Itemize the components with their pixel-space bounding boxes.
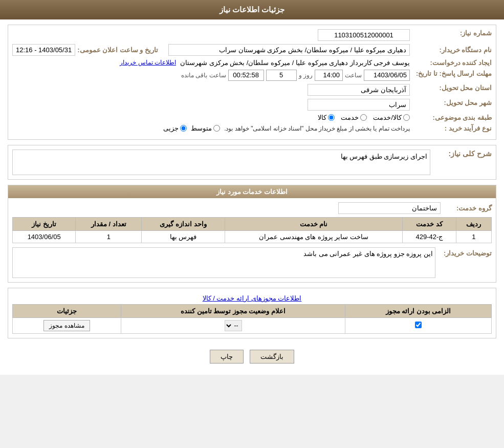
permits-content: اطلاعات مجوزهای ارائه خدمت / کالا الزامی… bbox=[8, 288, 496, 338]
ostan-label: استان محل تحویل: bbox=[410, 84, 492, 92]
mohlat-roz-label: روز و bbox=[299, 72, 313, 79]
mohlat-row: مهلت ارسال پاسخ: تا تاریخ: 1403/06/05 سا… bbox=[12, 70, 492, 81]
services-header: اطلاعات خدمات مورد نیاز bbox=[8, 185, 496, 198]
page-title: جزئیات اطلاعات نیاز bbox=[220, 5, 284, 14]
buyer-notes-row: توضیحات خریدار: این پروزه جزو پروژه های … bbox=[12, 247, 492, 278]
process-text: پرداخت تمام یا بخشی از مبلغ خریداز محل "… bbox=[224, 125, 410, 132]
tabaqe-label: طبقه بندی موضوعی: bbox=[410, 114, 492, 121]
row-count: 1 bbox=[76, 231, 142, 243]
row-service-name: ساخت سایر پروژه های مهندسی عمران bbox=[225, 231, 402, 243]
shomara-label: شماره نیاز: bbox=[410, 29, 492, 37]
permits-col-required: الزامی بودن ارائه مجوز bbox=[345, 305, 492, 318]
process-row: نوع فرآیند خرید : پرداخت تمام یا بخشی از… bbox=[12, 124, 492, 132]
print-button[interactable]: چاپ bbox=[210, 350, 244, 364]
dastgah-row: نام دستگاه خریدار: دهیاری میرکوه علیا / … bbox=[12, 44, 492, 56]
process-label: نوع فرآیند خرید : bbox=[410, 124, 492, 132]
permits-section: اطلاعات مجوزهای ارائه خدمت / کالا الزامی… bbox=[8, 288, 496, 338]
services-table-header: ردیف کد خدمت نام خدمت واحد اندازه گیری ت… bbox=[13, 218, 492, 231]
content-area: شماره نیاز: 1103100512000001 نام دستگاه … bbox=[0, 19, 504, 375]
permits-status-select[interactable]: -- bbox=[225, 320, 242, 331]
action-bar: بازگشت چاپ bbox=[8, 344, 496, 370]
permits-required bbox=[345, 318, 492, 334]
ij-label: ایجاد کننده درخواست: bbox=[410, 59, 492, 67]
process-option-mutavsat[interactable]: متوسط bbox=[191, 124, 220, 132]
mohlat-label: مهلت ارسال پاسخ: تا تاریخ: bbox=[410, 70, 492, 77]
shahr-row: شهر محل تحویل: سراب bbox=[12, 99, 492, 111]
permits-required-checkbox[interactable] bbox=[415, 322, 422, 328]
col-code: کد خدمت bbox=[402, 218, 456, 231]
mohlat-remaining: 00:52:58 bbox=[228, 70, 264, 81]
row-radif: 1 bbox=[456, 231, 491, 243]
mohlat-time-group: 1403/06/05 ساعت 14:00 روز و 5 00:52:58 س… bbox=[181, 70, 410, 81]
ij-row: ایجاد کننده درخواست: یوسف فرجی کاربرداز … bbox=[12, 59, 492, 67]
sharh-section: شرح کلی نیاز: اجرای زیرسازی طبق فهرس بها bbox=[8, 145, 496, 180]
ostan-value: آذربایجان شرقی bbox=[308, 84, 410, 96]
permits-col-status: اعلام وضعیت مجوز توسط تامین کننده bbox=[121, 305, 345, 318]
shahr-label: شهر محل تحویل: bbox=[410, 99, 492, 106]
table-row: 1 ج-42-429 ساخت سایر پروژه های مهندسی عم… bbox=[13, 231, 492, 243]
col-unit: واحد اندازه گیری bbox=[142, 218, 225, 231]
tabaqe-option-kala-khedmat[interactable]: کالا/خدمت bbox=[373, 114, 410, 121]
ostan-row: استان محل تحویل: آذربایجان شرقی bbox=[12, 84, 492, 96]
services-table-body: 1 ج-42-429 ساخت سایر پروژه های مهندسی عم… bbox=[13, 231, 492, 243]
mohlat-roz: 5 bbox=[266, 70, 297, 81]
shahr-value: سراب bbox=[308, 99, 410, 111]
services-content: گروه خدمت: ساختمان ردیف کد خدمت نام خدمت… bbox=[8, 198, 496, 282]
permits-col-details: جزئیات bbox=[13, 305, 121, 318]
services-section: اطلاعات خدمات مورد نیاز گروه خدمت: ساختم… bbox=[8, 185, 496, 283]
group-label: گروه خدمت: bbox=[441, 204, 492, 212]
permits-status: -- bbox=[121, 318, 345, 334]
page-header: جزئیات اطلاعات نیاز bbox=[0, 0, 504, 19]
permits-table: الزامی بودن ارائه مجوز اعلام وضعیت مجوز … bbox=[12, 304, 492, 334]
row-code: ج-42-429 bbox=[402, 231, 456, 243]
permits-details: مشاهده مجوز bbox=[13, 318, 121, 334]
mohlat-time-label: ساعت bbox=[345, 72, 362, 79]
row-date: 1403/06/05 bbox=[13, 231, 76, 243]
sharh-label: شرح کلی نیاز: bbox=[430, 150, 492, 158]
buyer-notes-label: توضیحات خریدار: bbox=[435, 247, 492, 257]
table-row: -- مشاهده مجوز bbox=[13, 318, 492, 334]
tabaqe-radio-group: کالا/خدمت خدمت کالا bbox=[318, 114, 410, 121]
permits-link[interactable]: اطلاعات مجوزهای ارائه خدمت / کالا bbox=[12, 292, 492, 304]
group-value: ساختمان bbox=[338, 202, 441, 214]
dastgah-label: نام دستگاه خریدار: bbox=[410, 46, 492, 54]
row-unit: فهرس بها bbox=[142, 231, 225, 243]
sharh-area: اجرای زیرسازی طبق فهرس بها bbox=[12, 150, 430, 175]
main-info-section: شماره نیاز: 1103100512000001 نام دستگاه … bbox=[8, 25, 496, 140]
shomara-row: شماره نیاز: 1103100512000001 bbox=[12, 29, 492, 41]
services-table: ردیف کد خدمت نام خدمت واحد اندازه گیری ت… bbox=[12, 217, 492, 243]
dastgah-value: دهیاری میرکوه علیا / میرکوه سلطان/ بخش م… bbox=[168, 44, 410, 56]
ij-link[interactable]: اطلاعات تماس خریدار bbox=[120, 59, 176, 66]
page-wrapper: جزئیات اطلاعات نیاز شماره نیاز: 11031005… bbox=[0, 0, 504, 375]
buyer-notes-value: این پروزه جزو پروژه های غیر عمرانی می با… bbox=[12, 247, 435, 278]
col-radif: ردیف bbox=[456, 218, 491, 231]
group-row: گروه خدمت: ساختمان bbox=[12, 202, 492, 214]
view-permit-button[interactable]: مشاهده مجوز bbox=[43, 320, 90, 331]
ij-value: یوسف فرجی کاربرداز دهیاری میرکوه علیا / … bbox=[180, 59, 410, 67]
tabaqe-option-khedmat[interactable]: خدمت bbox=[341, 114, 367, 121]
tarikh-label: تاریخ و ساعت اعلان عمومی: bbox=[75, 46, 158, 54]
permits-table-header: الزامی بودن ارائه مجوز اعلام وضعیت مجوز … bbox=[13, 305, 492, 318]
mohlat-date: 1403/06/05 bbox=[364, 70, 410, 81]
process-option-jozii[interactable]: جزیی bbox=[163, 124, 187, 132]
back-button[interactable]: بازگشت bbox=[250, 350, 294, 364]
main-info-grid: شماره نیاز: 1103100512000001 نام دستگاه … bbox=[8, 25, 496, 139]
tabaqe-option-kala[interactable]: کالا bbox=[318, 114, 335, 121]
shomara-value: 1103100512000001 bbox=[318, 29, 410, 41]
tabaqe-row: طبقه بندی موضوعی: کالا/خدمت خدمت کالا bbox=[12, 114, 492, 121]
col-count: تعداد / مقدار bbox=[76, 218, 142, 231]
col-name: نام خدمت bbox=[225, 218, 402, 231]
mohlat-remaining-label: ساعت باقی مانده bbox=[181, 72, 226, 79]
tarikh-value: 1403/05/31 - 12:16 bbox=[12, 44, 75, 56]
sharh-value: اجرای زیرسازی طبق فهرس بها bbox=[12, 150, 430, 175]
sharh-row: شرح کلی نیاز: اجرای زیرسازی طبق فهرس بها bbox=[8, 145, 496, 179]
col-date: تاریخ نیاز bbox=[13, 218, 76, 231]
permits-table-body: -- مشاهده مجوز bbox=[13, 318, 492, 334]
mohlat-time: 14:00 bbox=[315, 70, 343, 81]
process-group: پرداخت تمام یا بخشی از مبلغ خریداز محل "… bbox=[163, 124, 410, 132]
